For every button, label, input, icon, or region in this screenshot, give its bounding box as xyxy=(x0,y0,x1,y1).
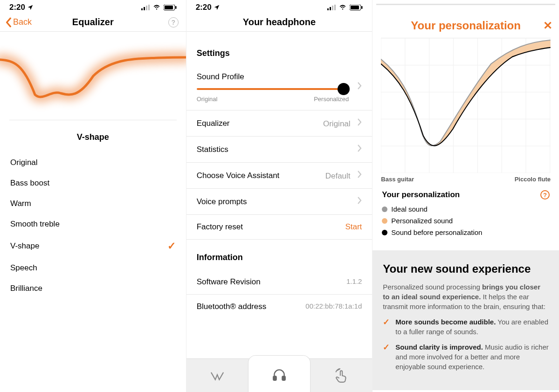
bullet-1: ✓ More sounds become audible. You are en… xyxy=(383,317,549,337)
row-statistics[interactable]: Statistics xyxy=(186,137,373,163)
sound-profile-slider[interactable] xyxy=(197,88,349,90)
tab-touch-icon[interactable] xyxy=(311,359,372,392)
chevron-right-icon xyxy=(357,172,362,180)
cellular-icon xyxy=(327,5,336,10)
wifi-icon xyxy=(338,4,347,11)
clock: 2:20 xyxy=(9,3,25,12)
info-panel: Your new sound experience Personalized s… xyxy=(373,250,559,390)
legend-heading: Your personalization xyxy=(382,190,460,199)
svg-rect-13 xyxy=(361,6,363,9)
close-button[interactable]: ✕ xyxy=(543,19,552,32)
axis-left-label: Bass guitar xyxy=(381,176,414,183)
svg-rect-3 xyxy=(148,5,150,10)
svg-rect-2 xyxy=(146,6,147,10)
slider-label-right: Personalized xyxy=(314,96,349,103)
check-icon: ✓ xyxy=(167,240,176,252)
preset-v-shape[interactable]: V-shape ✓ xyxy=(10,234,176,258)
equalizer-curve xyxy=(9,32,177,120)
tab-headphones-icon[interactable] xyxy=(248,355,311,392)
battery-icon xyxy=(164,5,177,11)
svg-rect-14 xyxy=(273,376,276,380)
tab-bar xyxy=(186,358,373,392)
preset-smooth-treble[interactable]: Smooth treble xyxy=(10,214,176,234)
page-title: Your personalization xyxy=(411,19,521,32)
cellular-icon xyxy=(141,5,150,10)
preset-warm[interactable]: Warm xyxy=(10,193,176,214)
axis-right-label: Piccolo flute xyxy=(515,176,551,183)
svg-rect-6 xyxy=(175,6,177,9)
chevron-right-icon xyxy=(357,82,362,92)
row-voice-assistant[interactable]: Choose Voice Assistant Default xyxy=(186,163,373,189)
legend: Your personalization ? Ideal sound Perso… xyxy=(373,190,559,246)
phone-personalization: Your personalization ✕ xyxy=(373,0,559,392)
page-title: Equalizer xyxy=(72,17,114,28)
personalization-header: Your personalization ✕ xyxy=(376,4,555,38)
factory-reset-start[interactable]: Start xyxy=(345,222,362,232)
back-button[interactable]: Back xyxy=(6,17,32,28)
axis-labels: Bass guitar Piccolo flute xyxy=(381,176,551,183)
legend-before: Sound before personalization xyxy=(382,227,550,238)
help-button[interactable]: ? xyxy=(540,190,550,199)
row-voice-prompts[interactable]: Voice prompts xyxy=(186,189,373,215)
swatch-icon xyxy=(382,230,387,235)
clock: 2:20 xyxy=(196,3,212,12)
preset-original[interactable]: Original xyxy=(10,152,176,173)
tab-eq-icon[interactable] xyxy=(186,359,248,392)
phone-equalizer: 2:20 Back Equalizer ? xyxy=(0,0,186,392)
status-bar: 2:20 xyxy=(186,0,373,13)
row-factory-reset[interactable]: Factory reset Start xyxy=(186,215,373,240)
help-button[interactable]: ? xyxy=(168,17,179,28)
svg-rect-9 xyxy=(332,6,333,10)
check-icon: ✓ xyxy=(383,317,390,337)
slider-label-left: Original xyxy=(197,96,218,103)
section-settings: Settings xyxy=(186,32,373,66)
status-bar: 2:20 xyxy=(0,0,186,13)
preset-bass-boost[interactable]: Bass boost xyxy=(10,173,176,193)
preset-speech[interactable]: Speech xyxy=(10,258,176,278)
svg-rect-7 xyxy=(327,8,329,10)
info-heading: Your new sound experience xyxy=(383,262,549,275)
svg-rect-10 xyxy=(334,5,336,10)
legend-ideal: Ideal sound xyxy=(382,203,550,215)
wifi-icon xyxy=(152,4,161,11)
legend-personalized: Personalized sound xyxy=(382,215,550,227)
svg-rect-8 xyxy=(330,7,331,10)
svg-rect-12 xyxy=(351,6,359,9)
section-information: Information xyxy=(186,240,373,270)
sound-profile-row[interactable]: Sound Profile Original Personalized xyxy=(186,66,373,110)
header: Your headphone xyxy=(186,13,373,32)
svg-rect-1 xyxy=(144,7,145,10)
chevron-right-icon xyxy=(357,196,362,207)
chevron-right-icon xyxy=(357,119,362,128)
slider-thumb[interactable] xyxy=(338,83,350,95)
preset-list: Original Bass boost Warm Smooth treble V… xyxy=(0,152,186,299)
page-title: Your headphone xyxy=(243,17,316,28)
svg-rect-5 xyxy=(165,6,173,9)
header: Back Equalizer ? xyxy=(0,13,186,32)
selected-preset-heading: V-shape xyxy=(0,120,186,152)
sound-profile-label: Sound Profile xyxy=(197,72,349,82)
row-software-revision: Software Revision 1.1.2 xyxy=(186,270,373,295)
svg-rect-15 xyxy=(282,376,285,380)
location-icon xyxy=(214,4,220,11)
preset-brilliance[interactable]: Brilliance xyxy=(10,278,176,299)
swatch-icon xyxy=(382,206,387,212)
row-bluetooth-address: Bluetooth® address 00:22:bb:78:1a:1d xyxy=(186,295,373,319)
battery-icon xyxy=(350,5,363,11)
svg-rect-0 xyxy=(141,8,143,10)
personalization-chart xyxy=(381,38,551,173)
info-paragraph: Personalized sound processing brings you… xyxy=(383,282,549,311)
back-label: Back xyxy=(13,17,32,27)
location-icon xyxy=(27,4,34,11)
swatch-icon xyxy=(382,218,387,224)
check-icon: ✓ xyxy=(383,342,390,371)
bullet-2: ✓ Sound clarity is improved. Music audio… xyxy=(383,342,549,371)
row-equalizer[interactable]: Equalizer Original xyxy=(186,110,373,137)
chevron-right-icon xyxy=(357,144,362,155)
phone-settings: 2:20 Your headphone Settings Sound Profi… xyxy=(186,0,373,392)
